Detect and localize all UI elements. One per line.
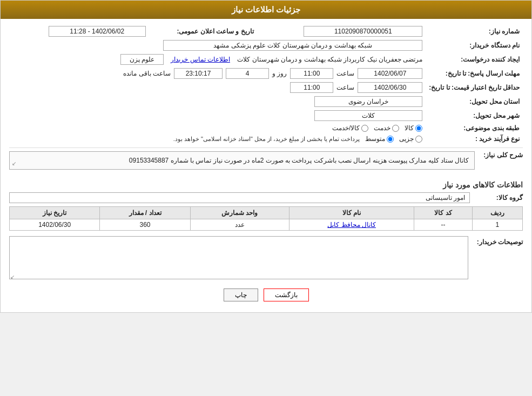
row-process: نوع فرآیند خرید : جزیی متوسط پرداخت تمام…	[9, 133, 523, 144]
announce-value: 1402/06/02 - 11:28	[49, 26, 146, 37]
province-value: خراسان رضوی	[314, 96, 422, 107]
category-option-both[interactable]: کالا/خدمت	[332, 124, 368, 132]
goods-table-body: 1 -- کانال محافظ کابل عدد 360 1402/06/30	[10, 219, 523, 231]
row-response-deadline: مهلت ارسال پاسخ: تا تاریخ: 1402/06/07 سا…	[9, 66, 523, 80]
need-number-value: 1102090870000051	[304, 26, 422, 37]
announce-label: تاریخ و ساعت اعلان عمومی:	[177, 28, 253, 35]
buyer-notes-textarea[interactable]	[9, 236, 468, 279]
response-date: 1402/06/07	[358, 68, 422, 79]
cell-good-name[interactable]: کانال محافظ کابل	[289, 219, 414, 231]
goods-table: ردیف کد کالا نام کالا واحد شمارش تعداد /…	[9, 206, 523, 231]
cell-date: 1402/06/30	[10, 219, 100, 231]
row-province: استان محل تحویل: خراسان رضوی	[9, 95, 523, 109]
row-category: طبقه بندی موضوعی: کالا خدمت کالا/خدمت	[9, 123, 523, 133]
need-number-label: شماره نیاز:	[426, 24, 523, 38]
buyer-notes-label: توصیحات خریدار:	[477, 236, 523, 246]
province-label: استان محل تحویل:	[426, 95, 523, 109]
process-medium-label: متوسط	[365, 135, 385, 143]
col-date: تاریخ نیاز	[10, 207, 100, 219]
cell-row-num: 1	[472, 219, 522, 231]
description-label: شرح کلی نیاز:	[483, 151, 523, 159]
buyer-org-label: نام دستگاه خریدار:	[426, 38, 523, 52]
page-wrapper: جزئیات اطلاعات نیاز شماره نیاز: 11020908…	[0, 0, 532, 313]
announce-label-cell: تاریخ و ساعت اعلان عمومی:	[149, 24, 257, 38]
process-radio-small[interactable]	[415, 136, 422, 143]
requester-link[interactable]: اطلاعات تماس خریدار	[171, 56, 230, 63]
response-deadline-label: مهلت ارسال پاسخ: تا تاریخ:	[426, 66, 523, 80]
goods-table-header-row: ردیف کد کالا نام کالا واحد شمارش تعداد /…	[10, 207, 523, 219]
price-validity-cell: 1402/06/30 ساعت 11:00	[9, 80, 426, 95]
process-small-label: جزیی	[399, 135, 414, 143]
days-label: روز و	[272, 70, 287, 77]
print-button[interactable]: چاپ	[224, 288, 258, 301]
category-radio-goods[interactable]	[415, 125, 422, 132]
cell-quantity: 360	[100, 219, 190, 231]
response-remaining: 23:10:17	[174, 68, 223, 79]
process-label: نوع فرآیند خرید :	[426, 133, 523, 144]
requester-label: ایجاد کننده درخواست:	[426, 52, 523, 66]
row-need-number: شماره نیاز: 1102090870000051 تاریخ و ساع…	[9, 24, 523, 38]
process-desc: پرداخت تمام یا بخشی از مبلغ خرید، از محل…	[173, 136, 360, 143]
divider1	[9, 147, 523, 148]
category-goods-label: کالا	[405, 124, 414, 132]
response-deadline-cell: 1402/06/07 ساعت 11:00 روز و 4 23:10:17 س…	[9, 66, 426, 80]
process-option-medium[interactable]: متوسط	[365, 135, 394, 143]
group-label: گروه کالا:	[474, 194, 523, 202]
process-radio-group: جزیی متوسط پرداخت تمام یا بخشی از مبلغ خ…	[12, 135, 422, 143]
city-label: شهر محل تحویل:	[426, 109, 523, 123]
row-city: شهر محل تحویل: کلات	[9, 109, 523, 123]
cell-unit: عدد	[190, 219, 289, 231]
page-header: جزئیات اطلاعات نیاز	[1, 1, 531, 19]
price-validity-date: 1402/06/30	[358, 82, 422, 93]
category-radio-group: کالا خدمت کالا/خدمت	[12, 124, 422, 132]
goods-table-head: ردیف کد کالا نام کالا واحد شمارش تعداد /…	[10, 207, 523, 219]
col-good-name: نام کالا	[289, 207, 414, 219]
price-validity-label: حداقل تاریخ اعتبار قیمت: تا تاریخ:	[426, 80, 523, 95]
process-option-small[interactable]: جزیی	[399, 135, 422, 143]
category-cell: کالا خدمت کالا/خدمت	[9, 123, 426, 133]
price-hours-label: ساعت	[336, 84, 354, 91]
col-good-code: کد کالا	[414, 207, 472, 219]
content-area: شماره نیاز: 1102090870000051 تاریخ و ساع…	[1, 19, 531, 312]
buyer-org-cell: شبکه بهداشت و درمان شهرستان کلات علوم پز…	[9, 38, 426, 52]
description-row: شرح کلی نیاز: کانال ستاد کلیه مدارک پیوس…	[9, 151, 523, 175]
row-price-validity: حداقل تاریخ اعتبار قیمت: تا تاریخ: 1402/…	[9, 80, 523, 95]
city-cell: کلات	[9, 109, 426, 123]
process-cell: جزیی متوسط پرداخت تمام یا بخشی از مبلغ خ…	[9, 133, 426, 144]
category-radio-service[interactable]	[392, 125, 399, 132]
col-unit: واحد شمارش	[190, 207, 289, 219]
row-buyer-org: نام دستگاه خریدار: شبکه بهداشت و درمان ش…	[9, 38, 523, 52]
requester-value: مرتضی جعفریان نیک کاربرداز شبکه بهداشت و…	[237, 56, 422, 63]
buyer-org-value: شبکه بهداشت و درمان شهرستان کلات علوم پز…	[163, 40, 422, 51]
hours-label: ساعت	[336, 70, 354, 77]
price-validity-time: 11:00	[290, 82, 333, 93]
page-title: جزئیات اطلاعات نیاز	[232, 5, 300, 14]
col-row-num: ردیف	[472, 207, 522, 219]
description-text: کانال ستاد کلیه مدارک پیوست هزینه ارسال …	[129, 157, 469, 164]
need-number-cell: 1102090870000051	[257, 24, 426, 38]
process-radio-medium[interactable]	[387, 136, 394, 143]
city-value: کلات	[314, 110, 422, 121]
row-requester: ایجاد کننده درخواست: مرتضی جعفریان نیک ک…	[9, 52, 523, 66]
category-both-label: کالا/خدمت	[332, 124, 360, 132]
requester-cell: مرتضی جعفریان نیک کاربرداز شبکه بهداشت و…	[9, 52, 426, 66]
response-flex: 1402/06/07 ساعت 11:00 روز و 4 23:10:17 س…	[12, 68, 422, 79]
announce-value-cell: 1402/06/02 - 11:28	[9, 24, 149, 38]
response-days: 4	[226, 68, 269, 79]
group-value: امور تاسیساتی	[9, 192, 470, 203]
category-radio-both[interactable]	[361, 125, 368, 132]
province-cell: خراسان رضوی	[9, 95, 426, 109]
buyer-notes-row: توصیحات خریدار: ↙	[9, 236, 523, 281]
category-option-service[interactable]: خدمت	[374, 124, 399, 132]
textarea-corner-icon: ↙	[10, 274, 15, 280]
response-time: 11:00	[290, 68, 333, 79]
category-option-goods[interactable]: کالا	[405, 124, 422, 132]
category-service-label: خدمت	[374, 124, 390, 132]
info-table: شماره نیاز: 1102090870000051 تاریخ و ساع…	[9, 24, 523, 144]
description-box: کانال ستاد کلیه مدارک پیوست هزینه ارسال …	[9, 151, 475, 170]
buyer-notes-area: ↙	[9, 236, 468, 281]
category-label: طبقه بندی موضوعی:	[426, 123, 523, 133]
back-button[interactable]: بازگشت	[264, 288, 309, 301]
cell-good-code: --	[414, 219, 472, 231]
group-row: گروه کالا: امور تاسیساتی	[9, 192, 523, 203]
